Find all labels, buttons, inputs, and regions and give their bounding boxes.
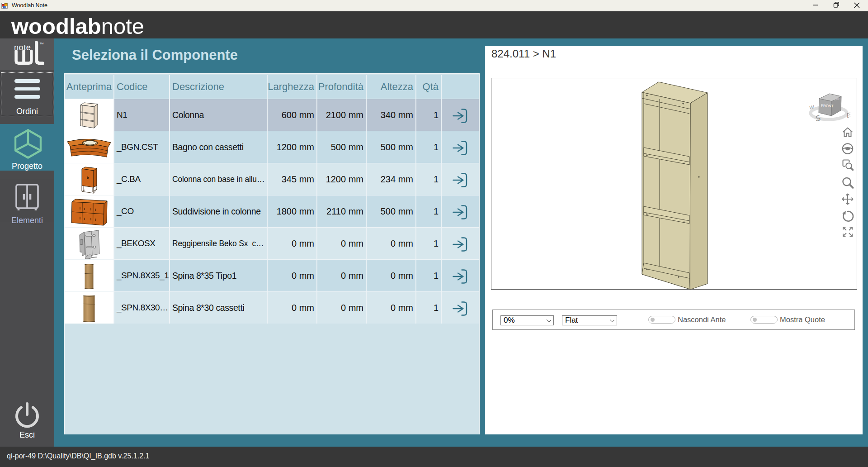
svg-text:FRONT: FRONT: [821, 104, 834, 108]
svg-text:™: ™: [39, 42, 44, 47]
svg-text:E: E: [846, 111, 850, 119]
